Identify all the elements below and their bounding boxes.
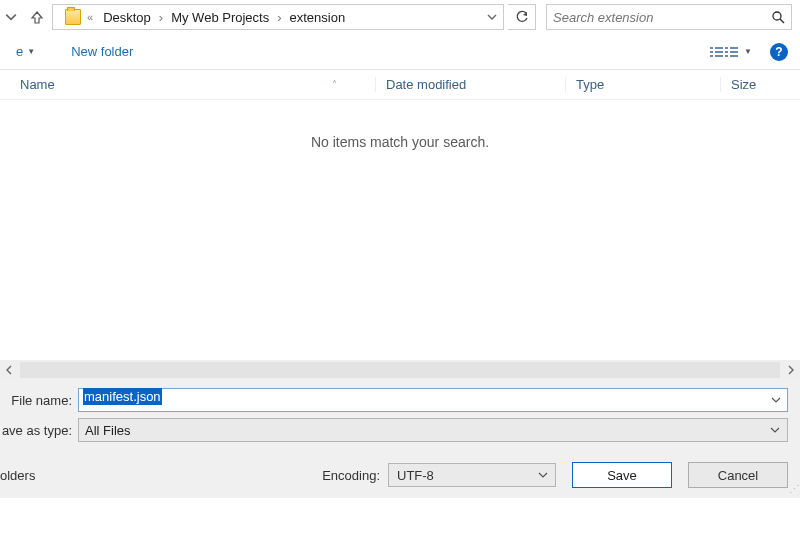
svg-point-0: [773, 12, 781, 20]
column-label: Type: [576, 77, 604, 92]
savetype-select[interactable]: All Files: [78, 418, 788, 442]
view-options-button[interactable]: ▼: [706, 45, 756, 59]
sort-indicator-icon: ˄: [332, 79, 367, 90]
save-panel: File name: manifest.json ave as type: Al…: [0, 380, 800, 498]
cancel-button[interactable]: Cancel: [688, 462, 788, 488]
column-header-type[interactable]: Type: [565, 77, 720, 92]
organize-menu[interactable]: e ▼: [12, 42, 39, 61]
search-input[interactable]: [553, 10, 771, 25]
resize-grip[interactable]: ⋰: [789, 483, 798, 496]
save-button[interactable]: Save: [572, 462, 672, 488]
filename-label: File name:: [0, 393, 78, 408]
column-headers: Name ˄ Date modified Type Size: [0, 70, 800, 100]
encoding-label: Encoding:: [322, 468, 388, 483]
chevron-down-icon: ▼: [27, 47, 35, 56]
encoding-dropdown[interactable]: [535, 464, 551, 486]
address-bar: « Desktop › My Web Projects › extension: [0, 0, 800, 34]
filename-input[interactable]: manifest.json: [78, 388, 788, 412]
encoding-value: UTF-8: [397, 468, 434, 483]
column-label: Size: [731, 77, 756, 92]
horizontal-scrollbar[interactable]: [0, 360, 800, 380]
organize-label: e: [16, 44, 23, 59]
history-dropdown[interactable]: [0, 5, 22, 29]
help-icon: ?: [775, 45, 782, 59]
filename-value: manifest.json: [83, 388, 162, 405]
svg-line-1: [780, 19, 784, 23]
column-header-size[interactable]: Size: [720, 77, 800, 92]
folder-icon: [65, 9, 81, 25]
chevron-left-icon: [5, 365, 13, 375]
column-header-date[interactable]: Date modified: [375, 77, 565, 92]
chevron-right-icon: ›: [275, 10, 283, 25]
column-header-name[interactable]: Name ˄: [20, 77, 375, 92]
search-box[interactable]: [546, 4, 792, 30]
filename-dropdown[interactable]: [768, 388, 784, 412]
chevron-down-icon: [770, 425, 780, 435]
new-folder-button[interactable]: New folder: [67, 42, 137, 61]
scroll-track[interactable]: [20, 362, 780, 378]
chevron-down-icon: [487, 12, 497, 22]
encoding-select[interactable]: UTF-8: [388, 463, 556, 487]
chevron-down-icon: [5, 11, 17, 23]
scroll-right-button[interactable]: [782, 361, 800, 379]
up-arrow-icon: [30, 10, 44, 24]
chevron-right-icon: [787, 365, 795, 375]
breadcrumb[interactable]: « Desktop › My Web Projects › extension: [52, 4, 504, 30]
savetype-dropdown[interactable]: [767, 419, 783, 441]
search-icon[interactable]: [771, 10, 785, 24]
breadcrumb-item[interactable]: My Web Projects: [167, 8, 273, 27]
refresh-icon: [515, 10, 529, 24]
chevron-down-icon: ▼: [744, 47, 752, 56]
breadcrumb-dropdown[interactable]: [481, 12, 501, 22]
scroll-left-button[interactable]: [0, 361, 18, 379]
chevron-down-icon: [538, 470, 548, 480]
column-label: Name: [20, 77, 55, 92]
breadcrumb-overflow[interactable]: «: [83, 11, 97, 23]
empty-message: No items match your search.: [0, 134, 800, 150]
chevron-right-icon: ›: [157, 10, 165, 25]
file-list[interactable]: No items match your search.: [0, 100, 800, 360]
savetype-value: All Files: [85, 423, 131, 438]
browse-folders-toggle[interactable]: olders: [0, 468, 35, 483]
breadcrumb-item[interactable]: extension: [286, 8, 350, 27]
column-label: Date modified: [386, 77, 466, 92]
help-button[interactable]: ?: [770, 43, 788, 61]
up-button[interactable]: [26, 5, 48, 29]
savetype-label: ave as type:: [0, 423, 78, 438]
view-list-icon: [710, 47, 738, 57]
toolbar: e ▼ New folder ▼ ?: [0, 34, 800, 70]
chevron-down-icon: [771, 395, 781, 405]
breadcrumb-item[interactable]: Desktop: [99, 8, 155, 27]
refresh-button[interactable]: [508, 4, 536, 30]
